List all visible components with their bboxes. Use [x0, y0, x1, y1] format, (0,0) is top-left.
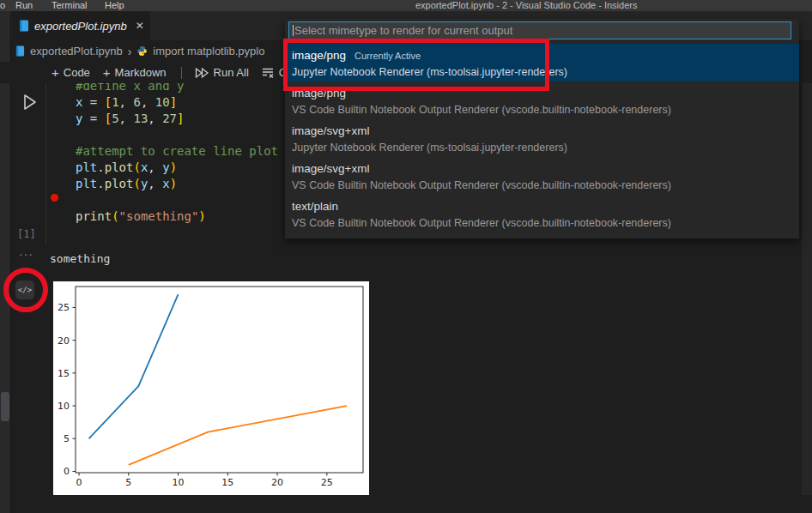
- chevron-right-icon: ›: [128, 45, 132, 58]
- code-token: 27: [162, 112, 177, 125]
- code-token: #attempt to create line plot of: [76, 144, 300, 158]
- run-all-icon: [195, 67, 209, 79]
- quickpick-item-detail: Jupyter Notebook Renderer (ms-toolsai.ju…: [292, 142, 799, 154]
- text-caret-icon: [293, 25, 294, 36]
- menu-item-terminal[interactable]: Terminal: [52, 0, 88, 11]
- close-icon[interactable]: ✕: [136, 20, 144, 32]
- code-token: plot: [105, 160, 134, 174]
- quickpick-item-label: image/svg+xml: [292, 124, 369, 137]
- code-token: (: [112, 209, 118, 223]
- add-markdown-button[interactable]: + Markdown: [103, 65, 167, 80]
- quickpick-item-label: image/svg+xml: [292, 162, 369, 175]
- toolbar-divider: [181, 67, 182, 79]
- breadcrumb-symbol[interactable]: import matplotlib.pyplo: [153, 45, 264, 57]
- menu-item-help[interactable]: Help: [105, 0, 124, 11]
- more-actions-icon[interactable]: ···: [19, 247, 33, 261]
- vscode-window: o Run Terminal Help exportedPlot.ipynb -…: [0, 0, 812, 513]
- code-token: (: [133, 177, 140, 190]
- breadcrumb-file[interactable]: exportedPlot.ipynb: [30, 45, 123, 57]
- svg-text:0: 0: [76, 477, 82, 488]
- quickpick-item-label: text/plain: [292, 200, 338, 213]
- svg-text:20: 20: [58, 335, 70, 347]
- svg-text:20: 20: [271, 477, 283, 488]
- code-token: 1: [112, 95, 118, 109]
- tab-label: exportedPlot.ipynb: [34, 20, 127, 33]
- code-token: ,: [148, 112, 162, 125]
- svg-text:25: 25: [58, 302, 70, 313]
- code-token: 13: [133, 112, 148, 125]
- code-line[interactable]: print("something"): [76, 208, 300, 225]
- svg-text:15: 15: [58, 368, 70, 379]
- code-line[interactable]: plt.plot(y, x): [76, 176, 300, 192]
- add-code-label: Code: [64, 66, 90, 79]
- code-token: ,: [148, 160, 162, 174]
- quickpick-item-image-svg-xml-3[interactable]: image/svg+xmlVS Code Builtin Notebook Ou…: [285, 157, 799, 195]
- window-title: exportedPlot.ipynb - 2 - Visual Studio C…: [415, 0, 637, 11]
- execution-count: [1]: [17, 228, 36, 240]
- quickpick-item-image-png-0[interactable]: image/pngCurrently ActiveJupyter Noteboo…: [285, 44, 799, 81]
- menu-item-run[interactable]: Run: [15, 0, 33, 11]
- code-token: "something": [119, 209, 199, 223]
- add-code-button[interactable]: + Code: [52, 65, 90, 80]
- run-all-button[interactable]: Run All: [195, 66, 249, 79]
- quickpick-list: image/pngCurrently ActiveJupyter Noteboo…: [285, 44, 799, 232]
- rail-divider: [10, 11, 11, 513]
- code-token: ): [198, 209, 205, 223]
- code-token: 6: [133, 95, 140, 109]
- breakpoint-icon[interactable]: [51, 194, 58, 202]
- quickpick-placeholder: Select mimetype to render for current ou…: [294, 24, 512, 37]
- quickpick-item-detail: VS Code Builtin Notebook Output Renderer…: [292, 104, 799, 116]
- code-line[interactable]: #attempt to create line plot of: [76, 143, 300, 160]
- quickpick-item-image-svg-xml-2[interactable]: image/svg+xmlJupyter Notebook Renderer (…: [285, 119, 799, 157]
- quickpick-item-label: image/png: [292, 49, 346, 62]
- svg-text:15: 15: [221, 477, 233, 488]
- code-token: x: [162, 177, 169, 190]
- code-token: ,: [141, 95, 155, 109]
- code-line[interactable]: y = [5, 13, 27]: [76, 111, 300, 127]
- notebook-icon: [19, 20, 29, 32]
- code-line[interactable]: [76, 192, 300, 208]
- scrollbar-thumb[interactable]: [1, 392, 9, 421]
- code-token: ): [170, 160, 177, 174]
- code-token: ,: [148, 177, 162, 190]
- code-token: ,: [119, 95, 134, 109]
- code-line[interactable]: plt.plot(x, y): [76, 160, 300, 176]
- run-cell-button[interactable]: [22, 93, 39, 112]
- notebook-icon: [15, 45, 25, 57]
- code-token: ,: [119, 112, 134, 125]
- code-token: 5: [112, 112, 118, 125]
- output-text: something: [50, 252, 110, 265]
- code-token: ]: [177, 112, 184, 125]
- code-line[interactable]: x = [1, 6, 10]: [76, 94, 300, 111]
- code-token: =: [82, 95, 104, 109]
- mimetype-quickpick: Select mimetype to render for current ou…: [285, 19, 799, 238]
- code-token: print: [76, 209, 112, 223]
- quickpick-item-label: image/png: [292, 87, 346, 100]
- svg-text:5: 5: [64, 433, 70, 444]
- quickpick-item-text-plain-4[interactable]: text/plainVS Code Builtin Notebook Outpu…: [285, 195, 799, 232]
- quickpick-item-detail: VS Code Builtin Notebook Output Renderer…: [292, 217, 799, 229]
- plot-output: 05101520250510152025: [53, 281, 369, 495]
- code-line[interactable]: [76, 127, 300, 143]
- quickpick-item-detail: Jupyter Notebook Renderer (ms-toolsai.ju…: [292, 66, 799, 78]
- code-renderer-button[interactable]: </>: [15, 281, 34, 299]
- code-token: 10: [155, 95, 170, 109]
- svg-text:0: 0: [64, 466, 70, 477]
- editor-scrollbar[interactable]: [802, 83, 812, 495]
- clear-outputs-icon: [262, 67, 275, 78]
- menu-item-partial[interactable]: o: [0, 0, 5, 11]
- add-markdown-label: Markdown: [115, 66, 167, 79]
- tab-exportedplot[interactable]: exportedPlot.ipynb ✕: [12, 11, 150, 40]
- code-token: [: [105, 95, 112, 109]
- code-token: plot: [105, 177, 134, 190]
- quickpick-input[interactable]: Select mimetype to render for current ou…: [288, 21, 791, 39]
- code-token: plt: [76, 177, 97, 190]
- quickpick-item-image-png-1[interactable]: image/pngVS Code Builtin Notebook Output…: [285, 81, 799, 119]
- code-token: .: [97, 160, 104, 174]
- code-token: (: [133, 160, 140, 174]
- add-icon: +: [103, 65, 111, 80]
- python-icon: [136, 45, 148, 57]
- code-token: ]: [170, 95, 177, 109]
- currently-active-badge: Currently Active: [354, 51, 421, 61]
- svg-text:10: 10: [173, 477, 185, 488]
